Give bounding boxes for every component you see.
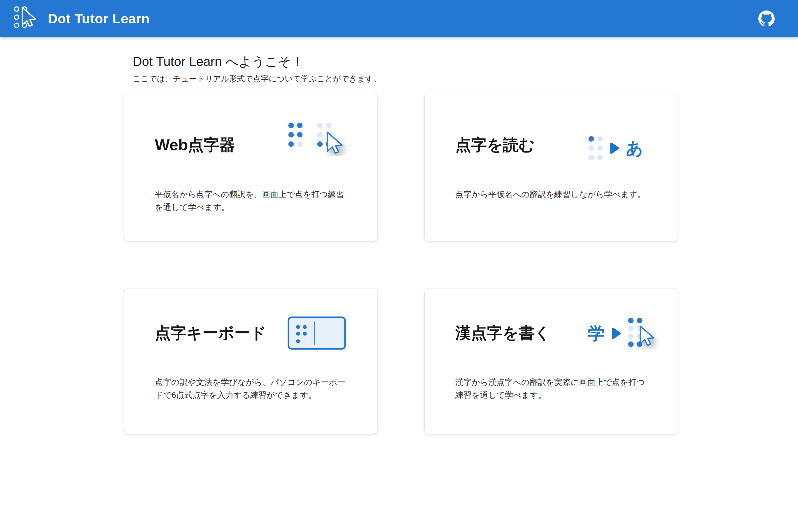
braille-cell-arrow-hiragana-icon: あ bbox=[588, 135, 643, 161]
two-braille-cells-with-cursor-icon bbox=[288, 121, 349, 156]
card-description: 点字から平仮名への翻訳を練習しながら学べます。 bbox=[455, 188, 650, 201]
card-tenji-wo-yomu[interactable]: 点字を読む あ 点字から平仮名への翻訳を練習しながら学べます。 bbox=[424, 93, 678, 241]
card-web-tenjiki[interactable]: Web点字器 平仮名から点字への翻訳を、画面上で点を打つ練習を通して学べます。 bbox=[124, 93, 378, 241]
card-title: 点字キーボード bbox=[155, 325, 266, 341]
cursor-arrow-icon bbox=[640, 326, 653, 345]
braille-input-field-with-caret-icon bbox=[288, 317, 346, 350]
cursor-arrow-icon bbox=[327, 132, 342, 153]
braille-cell bbox=[288, 123, 303, 147]
card-title: 漢点字を書く bbox=[455, 325, 551, 341]
github-icon bbox=[758, 11, 775, 27]
page-subtitle: ここでは、チュートリアル形式で点字について学ぶことができます。 bbox=[133, 74, 381, 84]
card-kantenji-wo-kaku[interactable]: 漢点字を書く 学 漢字から漢点字への翻訳を実際に画面上で点を打つ練習を通して学べ… bbox=[424, 288, 678, 434]
card-title: Web点字器 bbox=[155, 137, 235, 153]
text-caret bbox=[314, 321, 315, 345]
app-logo-braille-cursor-icon bbox=[14, 3, 43, 34]
card-description: 平仮名から点字への翻訳を、画面上で点を打つ練習を通して学べます。 bbox=[155, 188, 350, 214]
page-title: Dot Tutor Learn へようこそ！ bbox=[133, 53, 304, 70]
card-description: 点字の訳や文法を学びながら、パソコンのキーボードで6点式点字を入力する練習ができ… bbox=[155, 376, 350, 402]
braille-cell bbox=[588, 135, 603, 161]
card-description: 漢字から漢点字への翻訳を実際に画面上で点を打つ練習を通して学べます。 bbox=[455, 376, 650, 402]
card-title: 点字を読む bbox=[455, 137, 535, 153]
home-brand-link[interactable]: Dot Tutor Learn bbox=[14, 3, 150, 34]
github-link[interactable] bbox=[758, 11, 775, 27]
card-tenji-keyboard[interactable]: 点字キーボード 点字の訳や文法を学びながら、パソコンのキーボードで6点式点字を入… bbox=[124, 288, 378, 434]
cursor-arrow-icon bbox=[22, 7, 36, 26]
app-header: Dot Tutor Learn bbox=[0, 0, 798, 37]
kanji-char: 学 bbox=[588, 325, 605, 342]
hiragana-char: あ bbox=[626, 140, 643, 157]
kanji-arrow-kantenji-cell-with-cursor-icon: 学 bbox=[588, 317, 661, 349]
app-title: Dot Tutor Learn bbox=[48, 11, 150, 26]
play-triangle-icon bbox=[610, 142, 620, 154]
play-triangle-icon bbox=[611, 327, 621, 340]
